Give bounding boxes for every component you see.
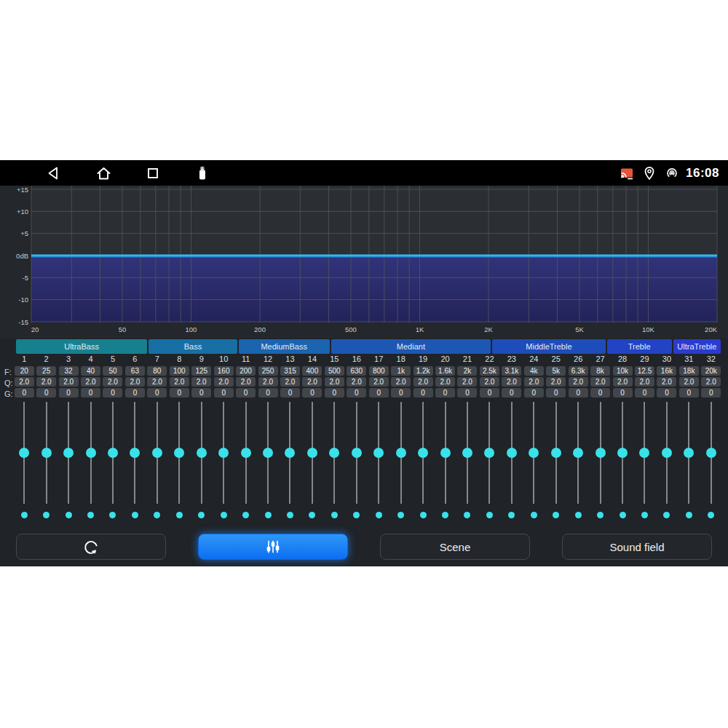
gain-value-chip[interactable]: 0 [590,388,610,397]
gain-slider[interactable] [633,402,655,504]
slider-knob[interactable] [108,448,118,458]
band-segment-bass[interactable]: Bass [149,339,237,354]
gain-value-chip[interactable]: 0 [191,388,211,397]
gain-value-chip[interactable]: 0 [103,388,122,397]
gain-slider[interactable] [389,402,411,504]
freq-value-chip[interactable]: 160 [214,366,234,376]
slider-knob[interactable] [241,448,251,458]
gain-value-chip[interactable]: 0 [302,388,322,397]
gain-slider[interactable] [124,402,146,504]
slider-knob[interactable] [41,448,52,458]
q-value-chip[interactable]: 2.0 [613,377,633,387]
gain-slider[interactable] [35,402,57,504]
slider-knob[interactable] [197,448,207,458]
q-value-chip[interactable]: 2.0 [347,377,366,387]
q-value-chip[interactable]: 2.0 [214,377,234,387]
q-value-chip[interactable]: 2.0 [546,377,566,387]
gain-value-chip[interactable]: 0 [15,388,34,397]
reset-button[interactable] [16,534,166,560]
freq-value-chip[interactable]: 1k [391,366,411,376]
freq-value-chip[interactable]: 16k [657,366,676,376]
freq-value-chip[interactable]: 50 [103,366,122,376]
q-value-chip[interactable]: 2.0 [36,377,56,387]
slider-knob[interactable] [418,448,428,458]
slider-knob[interactable] [329,448,339,458]
slider-knob[interactable] [462,448,472,458]
q-value-chip[interactable]: 2.0 [480,377,499,387]
freq-value-chip[interactable]: 250 [258,366,278,376]
freq-value-chip[interactable]: 80 [147,366,167,376]
slider-knob[interactable] [86,448,96,458]
q-value-chip[interactable]: 2.0 [391,377,411,387]
gain-value-chip[interactable]: 0 [59,388,79,397]
slider-knob[interactable] [130,448,140,458]
q-value-chip[interactable]: 2.0 [236,377,256,387]
gain-value-chip[interactable]: 0 [125,388,145,397]
q-value-chip[interactable]: 2.0 [81,377,100,387]
slider-knob[interactable] [684,448,694,458]
freq-value-chip[interactable]: 12.5 [635,366,654,376]
slider-knob[interactable] [263,448,273,458]
gain-slider[interactable] [456,402,478,504]
recents-icon[interactable] [144,165,162,182]
q-value-chip[interactable]: 2.0 [125,377,145,387]
gain-value-chip[interactable]: 0 [414,388,433,397]
freq-value-chip[interactable]: 32 [59,366,79,376]
q-value-chip[interactable]: 2.0 [191,377,211,387]
slider-knob[interactable] [639,448,649,458]
freq-value-chip[interactable]: 6.3k [569,366,588,376]
gain-value-chip[interactable]: 0 [613,388,633,397]
q-value-chip[interactable]: 2.0 [524,377,544,387]
slider-knob[interactable] [573,448,583,458]
q-value-chip[interactable]: 2.0 [59,377,79,387]
q-value-chip[interactable]: 2.0 [369,377,389,387]
gain-slider[interactable] [168,402,190,504]
q-value-chip[interactable]: 2.0 [280,377,300,387]
freq-value-chip[interactable]: 800 [369,366,389,376]
gain-slider[interactable] [523,402,545,504]
gain-value-chip[interactable]: 0 [347,388,366,397]
gain-slider[interactable] [501,402,523,504]
eq-button[interactable] [198,534,348,560]
slider-knob[interactable] [617,448,628,458]
freq-value-chip[interactable]: 10k [613,366,633,376]
band-segment-ultratreble[interactable]: UltraTreble [673,339,721,354]
gain-slider[interactable] [368,402,389,504]
slider-knob[interactable] [152,448,162,458]
gain-slider[interactable] [13,402,35,504]
home-icon[interactable] [95,165,112,182]
gain-value-chip[interactable]: 0 [214,388,234,397]
gain-slider[interactable] [257,402,279,504]
gain-value-chip[interactable]: 0 [480,388,499,397]
band-segment-ultrabass[interactable]: UltraBass [16,339,147,354]
gain-value-chip[interactable]: 0 [701,388,721,397]
freq-value-chip[interactable]: 500 [325,366,344,376]
freq-value-chip[interactable]: 200 [236,366,256,376]
gain-slider[interactable] [234,402,256,504]
gain-value-chip[interactable]: 0 [435,388,455,397]
freq-value-chip[interactable]: 2k [457,366,477,376]
q-value-chip[interactable]: 2.0 [679,377,699,387]
freq-value-chip[interactable]: 5k [546,366,566,376]
gain-value-chip[interactable]: 0 [325,388,344,397]
freq-value-chip[interactable]: 8k [590,366,610,376]
gain-slider[interactable] [323,402,345,504]
gain-slider[interactable] [191,402,213,504]
slider-knob[interactable] [307,448,317,458]
freq-value-chip[interactable]: 20k [701,366,721,376]
gain-value-chip[interactable]: 0 [569,388,588,397]
slider-knob[interactable] [529,448,539,458]
freq-value-chip[interactable]: 40 [81,366,100,376]
q-value-chip[interactable]: 2.0 [457,377,477,387]
slider-knob[interactable] [63,448,74,458]
gain-value-chip[interactable]: 0 [369,388,389,397]
q-value-chip[interactable]: 2.0 [302,377,322,387]
freq-value-chip[interactable]: 400 [302,366,322,376]
slider-knob[interactable] [352,448,362,458]
gain-slider[interactable] [434,402,456,504]
freq-value-chip[interactable]: 63 [125,366,145,376]
gain-slider[interactable] [567,402,589,504]
q-value-chip[interactable]: 2.0 [103,377,122,387]
gain-slider[interactable] [58,402,79,504]
gain-value-chip[interactable]: 0 [635,388,654,397]
